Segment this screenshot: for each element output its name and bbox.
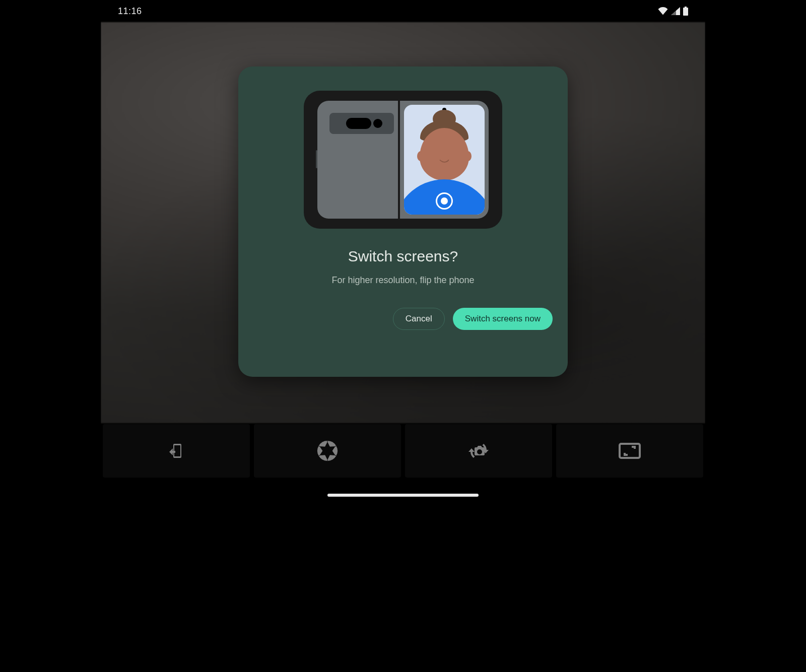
toolbar-flip-camera[interactable] [405, 424, 552, 478]
status-bar: 11:16 [101, 0, 705, 22]
toolbar-aspect-ratio[interactable] [556, 424, 703, 478]
flip-camera-icon [466, 439, 491, 463]
cancel-button[interactable]: Cancel [393, 308, 445, 330]
battery-icon [683, 7, 688, 16]
dialog-illustration [304, 91, 502, 229]
dialog-title: Switch screens? [348, 248, 458, 265]
status-indicators [658, 7, 688, 16]
camera-toolbar [103, 424, 703, 478]
wifi-icon [658, 7, 668, 15]
switch-screens-button[interactable]: Switch screens now [453, 308, 553, 330]
aspect-ratio-icon [618, 441, 642, 461]
phone-front-panel [400, 101, 489, 219]
toolbar-aperture[interactable] [254, 424, 401, 478]
rear-camera-bar [329, 113, 394, 134]
svg-rect-2 [620, 444, 640, 458]
toolbar-switch-display[interactable] [103, 424, 250, 478]
aperture-icon [316, 440, 339, 462]
dialog-subtitle: For higher resolution, flip the phone [331, 275, 474, 286]
gesture-nav-bar[interactable] [327, 494, 479, 497]
foldable-phone-illustration [317, 101, 489, 219]
shutter-icon [436, 192, 453, 210]
camera-app-screen: 11:16 [101, 0, 705, 504]
status-time: 11:16 [118, 6, 142, 17]
switch-display-icon [166, 441, 186, 461]
signal-icon [671, 7, 680, 15]
phone-back-panel [317, 101, 398, 219]
selfie-preview-illustration [404, 105, 485, 215]
switch-screens-dialog: Switch screens? For higher resolution, f… [238, 66, 568, 377]
dialog-actions: Cancel Switch screens now [393, 308, 553, 330]
